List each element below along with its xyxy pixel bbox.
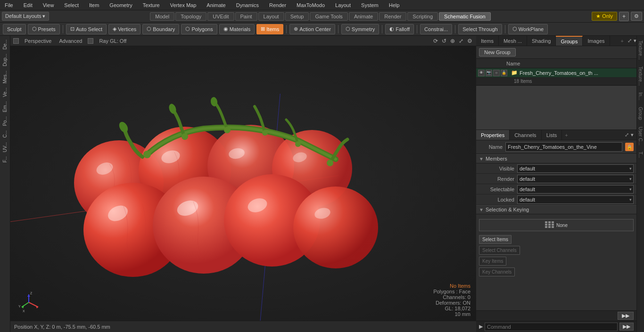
tab-uvedit[interactable]: UVEdit [207, 12, 234, 21]
tab-model[interactable]: Model [150, 12, 174, 21]
boundary-button[interactable]: ⬡ Boundary [142, 24, 179, 34]
panel-tab-mesh[interactable]: Mesh ... [499, 36, 527, 46]
items-button[interactable]: ⊞ Items [256, 24, 283, 34]
viewport-settings-icon[interactable]: ⚙ [466, 38, 473, 44]
tab-topology[interactable]: Topology [175, 12, 206, 21]
right-vtab-1[interactable]: Texture... [637, 64, 644, 89]
tab-animate[interactable]: Animate [349, 12, 378, 21]
sidebar-item-1[interactable]: Dup... [1, 52, 8, 68]
menu-animate[interactable]: Animate [205, 1, 227, 9]
sidebar-item-2[interactable]: Mes... [1, 69, 8, 85]
members-section-header[interactable]: ▼ Members [476, 154, 636, 163]
menu-edit[interactable]: Edit [22, 1, 34, 9]
settings-button[interactable]: ⚙ [631, 12, 642, 21]
sidebar-item-0[interactable]: De... [1, 38, 8, 51]
props-tab-add[interactable]: + [562, 130, 570, 140]
sidebar-item-3[interactable]: Ve... [1, 86, 8, 99]
menu-dynamics[interactable]: Dynamics [234, 1, 261, 9]
props-tab-lists[interactable]: Lists [542, 130, 562, 140]
tab-schematic-fusion[interactable]: Schematic Fusion [439, 12, 490, 21]
tab-render[interactable]: Render [379, 12, 406, 21]
selection-keying-header[interactable]: ▼ Selection & Keying [476, 205, 636, 214]
tab-setup[interactable]: Setup [285, 12, 309, 21]
panel-tab-groups[interactable]: Groups [556, 36, 583, 46]
visible-select[interactable]: default [517, 164, 634, 173]
panel-expand-btn[interactable]: ⤢ ▾ [627, 36, 636, 46]
viewport-area[interactable]: Perspective Advanced Ray GL: Off ⟳ ↺ ⊕ ⤢… [10, 36, 476, 321]
menu-view[interactable]: View [41, 1, 56, 9]
new-group-button[interactable]: New Group [479, 48, 516, 57]
viewport-3d[interactable]: No Items Polygons : Face Channels: 0 Def… [10, 46, 476, 321]
presets-button[interactable]: ⬡ Presets [28, 24, 60, 34]
menu-item[interactable]: Item [87, 1, 101, 9]
menu-system[interactable]: System [359, 1, 380, 9]
right-vtab-4[interactable]: User C... [637, 124, 644, 148]
command-end-button[interactable]: ▶▶ [619, 323, 634, 331]
right-vtab-3[interactable]: Group [637, 104, 644, 123]
eye-icon[interactable]: 👁 [478, 70, 485, 76]
props-expand-btn[interactable]: ⤢ ▾ [622, 130, 636, 140]
menu-help[interactable]: Help [387, 1, 402, 9]
sidebar-item-5[interactable]: Po... [1, 114, 8, 128]
raygl-label[interactable]: Ray GL: Off [97, 37, 128, 45]
select-through-button[interactable]: Select Through [458, 24, 502, 34]
select-items-button[interactable]: Select Items [479, 235, 512, 244]
render-select[interactable]: default [517, 175, 634, 183]
expand-bottom-button[interactable]: ▶▶ [618, 312, 634, 320]
name-input-field[interactable] [505, 142, 622, 152]
workplane-button[interactable]: ⬡ WorkPlane [508, 24, 548, 34]
viewport-reset-icon[interactable]: ↺ [441, 38, 447, 44]
perspective-label[interactable]: Perspective [23, 37, 53, 45]
key-channels-button[interactable]: Key Channels [479, 267, 515, 276]
group-list-item[interactable]: 👁 📷 ○ 🔒 📁 Fresh_Cherry_Tomatoes_on_th ..… [476, 68, 636, 78]
menu-texture[interactable]: Texture [141, 1, 162, 9]
menu-vertex-map[interactable]: Vertex Map [168, 1, 198, 9]
panel-tab-images[interactable]: Images [583, 36, 610, 46]
tab-layout[interactable]: Layout [258, 12, 284, 21]
symmetry-button[interactable]: ⬡ Symmetry [341, 24, 380, 34]
tab-scripting[interactable]: Scripting [407, 12, 438, 21]
menu-file[interactable]: File [3, 1, 15, 9]
name-lock-button[interactable]: 🔒 [625, 143, 634, 151]
sidebar-item-7[interactable]: UV... [1, 140, 8, 154]
select-channels-button[interactable]: Select Channels [479, 246, 520, 255]
menu-geometry[interactable]: Geometry [107, 1, 134, 9]
sculpt-button[interactable]: Sculpt [3, 24, 26, 34]
materials-button[interactable]: ◉ Materials [219, 24, 255, 34]
props-tab-channels[interactable]: Channels [510, 130, 541, 140]
viewport-zoom-icon[interactable]: ⊕ [449, 38, 456, 44]
viewport-fullscreen-icon[interactable]: ⤢ [458, 38, 464, 44]
tab-game-tools[interactable]: Game Tools [310, 12, 348, 21]
menu-render[interactable]: Render [267, 1, 288, 9]
constraints-button[interactable]: Constrai... [420, 24, 452, 34]
selectable-select[interactable]: default [517, 185, 634, 194]
right-vtab-2[interactable]: In... [637, 89, 644, 103]
lock-icon[interactable]: 🔒 [501, 70, 507, 76]
right-vtab-0[interactable]: Texture... [637, 38, 644, 63]
sidebar-item-4[interactable]: Em... [1, 99, 8, 114]
sidebar-item-8[interactable]: F... [1, 154, 8, 164]
viewport-rotate-icon[interactable]: ⟳ [432, 38, 439, 44]
locked-select[interactable]: default [517, 195, 634, 204]
menu-layout[interactable]: Layout [333, 1, 353, 9]
props-tab-properties[interactable]: Properties [476, 130, 510, 140]
command-input[interactable] [485, 323, 618, 331]
panel-tab-items[interactable]: Items [476, 36, 499, 46]
action-center-button[interactable]: ⊕ Action Center [289, 24, 335, 34]
menu-select[interactable]: Select [62, 1, 81, 9]
advanced-label[interactable]: Advanced [57, 37, 84, 45]
add-layout-button[interactable]: + [619, 12, 629, 21]
star-only-button[interactable]: ★ Only [592, 12, 617, 21]
sidebar-item-6[interactable]: C... [1, 129, 8, 140]
circle-icon[interactable]: ○ [493, 70, 500, 76]
panel-tab-shading[interactable]: Shading [527, 36, 556, 46]
falloff-button[interactable]: ◐ Falloff [385, 24, 414, 34]
tab-paint[interactable]: Paint [235, 12, 257, 21]
auto-select-button[interactable]: ⊡ Auto Select [66, 24, 107, 34]
menu-maxtomodo[interactable]: MaxToModo [295, 1, 327, 9]
polygons-button[interactable]: ⬡ Polygons [181, 24, 217, 34]
panel-tab-add[interactable]: + [618, 36, 627, 46]
none-button[interactable]: None [479, 219, 634, 231]
right-vtab-5[interactable]: T... [637, 149, 644, 161]
key-items-button[interactable]: Key Items [479, 257, 506, 266]
